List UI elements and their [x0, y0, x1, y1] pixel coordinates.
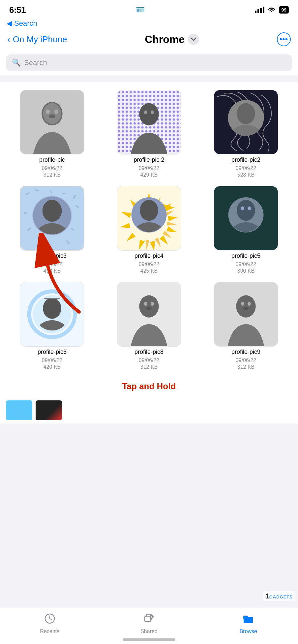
file-date-3: 09/06/22	[236, 165, 256, 171]
files-grid: profile-pic 09/06/22 312 KB	[5, 90, 293, 370]
battery-indicator: 99	[279, 6, 289, 14]
svg-point-64	[43, 298, 61, 319]
file-item-8[interactable]: profile-pic8 09/06/22 312 KB	[102, 282, 196, 370]
more-button[interactable]: •••	[277, 32, 291, 46]
file-name-1: profile-pic	[39, 156, 65, 163]
thumbnail-chrome	[36, 400, 62, 420]
svg-point-70	[146, 307, 152, 310]
file-item-7[interactable]: profile-pic6 09/06/22 420 KB	[5, 282, 99, 370]
svg-point-4	[54, 109, 58, 114]
file-name-7: profile-pic6	[38, 349, 67, 356]
file-date-4: 09/06/22	[42, 261, 62, 267]
back-label[interactable]: On My iPhone	[13, 34, 67, 45]
home-indicator	[123, 638, 175, 641]
file-thumb-1	[20, 90, 84, 154]
search-input-placeholder[interactable]: Search	[24, 58, 47, 67]
signal-bar-2	[257, 9, 259, 13]
svg-point-9	[139, 103, 159, 125]
file-size-1: 312 KB	[44, 172, 61, 178]
file-date-5: 09/06/22	[139, 261, 159, 267]
shared-icon: i	[143, 613, 155, 627]
watermark: 1GADGETS	[263, 591, 295, 601]
svg-point-11	[151, 110, 154, 114]
file-size-4: 498 KB	[44, 268, 61, 274]
file-thumb-6	[214, 186, 278, 251]
thumbnail-recents	[6, 400, 32, 420]
file-size-3: 528 KB	[237, 172, 254, 178]
tab-shared-label: Shared	[140, 628, 158, 634]
signal-bar-4	[263, 7, 264, 13]
status-icons: 99	[255, 6, 289, 14]
header-left: ‹ On My iPhone	[7, 34, 67, 45]
svg-point-59	[248, 206, 251, 210]
svg-point-3	[46, 109, 50, 114]
svg-point-69	[151, 302, 154, 306]
svg-text:i: i	[151, 615, 152, 619]
search-icon: 🔍	[12, 58, 21, 67]
signal-bar-3	[260, 8, 262, 13]
file-name-3: profile-pic2	[231, 156, 260, 163]
file-size-7: 420 KB	[44, 364, 61, 370]
recents-icon	[44, 613, 55, 627]
file-item-1[interactable]: profile-pic 09/06/22 312 KB	[5, 90, 99, 178]
tab-recents-label: Recents	[40, 628, 59, 634]
file-item-6[interactable]: profile-pic5 09/06/22 390 KB	[199, 186, 293, 274]
back-nav: ◀ Search	[0, 18, 298, 29]
status-bar: 6:51 🪪 99	[0, 0, 298, 18]
file-thumb-5	[117, 186, 181, 251]
files-area: profile-pic 09/06/22 312 KB	[0, 82, 298, 378]
file-size-6: 390 KB	[237, 268, 254, 274]
file-date-7: 09/06/22	[42, 357, 62, 363]
file-thumb-4	[20, 186, 84, 251]
file-item-5[interactable]: profile-pic4 09/06/22 425 KB	[102, 186, 196, 274]
back-button[interactable]: ‹	[7, 34, 10, 45]
file-thumb-3	[214, 90, 278, 154]
file-thumb-2	[117, 90, 181, 154]
file-name-2: profile-pic 2	[134, 156, 164, 163]
chevron-down-icon[interactable]	[188, 34, 199, 45]
svg-point-30	[43, 200, 62, 222]
id-icon: 🪪	[136, 6, 145, 14]
file-item-9[interactable]: profile-pic9 09/06/22 312 KB	[199, 282, 293, 370]
svg-rect-65	[44, 298, 60, 299]
search-bar[interactable]: 🔍 Search	[6, 54, 292, 71]
svg-point-5	[49, 114, 55, 118]
signal-bars	[255, 7, 264, 13]
file-date-8: 09/06/22	[139, 357, 159, 363]
thumbnail-strip	[0, 397, 298, 424]
file-item-4[interactable]: profile-pic3 09/06/22 498 KB	[5, 186, 99, 274]
svg-point-67	[139, 295, 159, 318]
file-item-2[interactable]: profile-pic 2 09/06/22 429 KB	[102, 90, 196, 178]
svg-point-58	[241, 206, 244, 210]
svg-point-68	[144, 302, 147, 306]
page-title: Chrome	[145, 33, 185, 46]
browse-icon	[243, 613, 254, 627]
svg-point-53	[140, 200, 158, 221]
file-thumb-9	[214, 282, 278, 347]
file-date-9: 09/06/22	[236, 357, 256, 363]
file-name-5: profile-pic4	[134, 253, 164, 259]
file-name-4: profile-pic3	[38, 253, 67, 259]
file-date-6: 09/06/22	[236, 261, 256, 267]
file-date-2: 09/06/22	[139, 165, 159, 171]
tab-recents[interactable]: Recents	[0, 613, 99, 634]
svg-point-10	[144, 110, 147, 114]
tap-hold-annotation: Tap and Hold	[0, 378, 298, 397]
file-thumb-7	[20, 282, 84, 347]
tab-browse[interactable]: Browse	[199, 613, 298, 634]
tab-shared[interactable]: i Shared	[99, 613, 198, 634]
file-name-6: profile-pic5	[231, 253, 260, 259]
header: ‹ On My iPhone Chrome •••	[0, 29, 298, 51]
file-size-2: 429 KB	[140, 172, 158, 178]
search-bar-wrap: 🔍 Search	[0, 51, 298, 76]
file-date-1: 09/06/22	[42, 165, 62, 171]
file-item-3[interactable]: profile-pic2 09/06/22 528 KB	[199, 90, 293, 178]
svg-point-75	[243, 307, 249, 310]
status-time: 6:51	[9, 5, 26, 15]
svg-rect-81	[244, 618, 253, 623]
file-thumb-8	[117, 282, 181, 347]
file-size-5: 425 KB	[140, 268, 158, 274]
tab-browse-label: Browse	[240, 628, 257, 634]
wifi-icon	[268, 6, 276, 14]
svg-point-73	[241, 302, 244, 306]
